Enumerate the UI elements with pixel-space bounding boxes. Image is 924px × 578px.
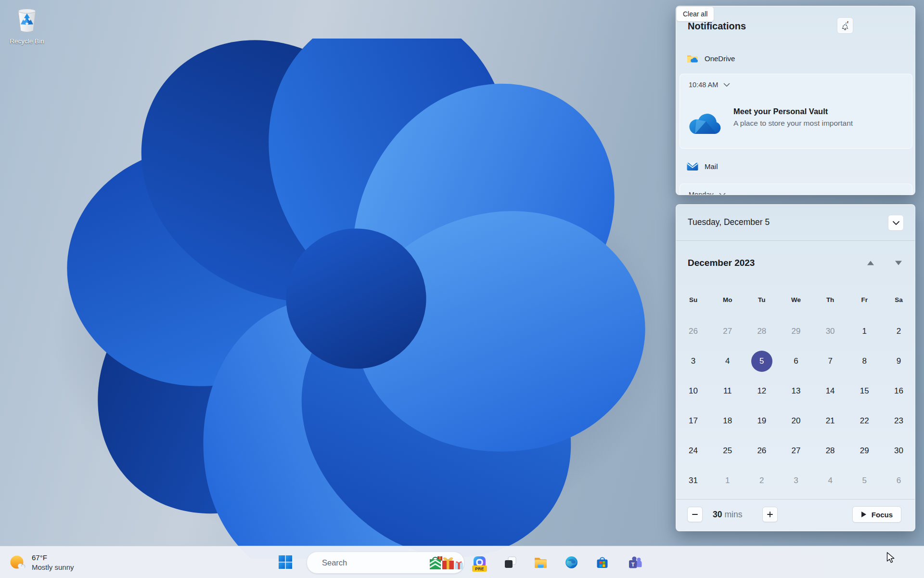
notification-group-label: Mail — [705, 162, 718, 171]
calendar-day[interactable]: 3 — [785, 470, 807, 491]
calendar-day[interactable]: 6 — [785, 351, 807, 372]
bell-snooze-icon: z z — [840, 20, 850, 31]
calendar-day[interactable]: 3 — [683, 351, 704, 372]
calendar-prev-month-button[interactable] — [867, 260, 874, 266]
calendar-day[interactable]: 26 — [683, 321, 704, 342]
search-input[interactable] — [321, 558, 429, 568]
calendar-day[interactable]: 27 — [717, 321, 738, 342]
weekday-label: Sa — [895, 296, 903, 303]
calendar-day[interactable]: 21 — [820, 410, 841, 432]
microsoft-store-button[interactable] — [590, 551, 614, 574]
calendar-day[interactable]: 12 — [751, 381, 772, 402]
calendar-day[interactable]: 4 — [717, 351, 738, 372]
calendar-day[interactable]: 8 — [854, 351, 875, 372]
holiday-gifts-icon — [429, 555, 464, 570]
calendar-day[interactable]: 20 — [785, 410, 807, 432]
calendar-day[interactable]: 10 — [683, 381, 704, 402]
calendar-day[interactable]: 5 — [751, 351, 772, 372]
calendar-collapse-button[interactable] — [888, 215, 904, 231]
calendar-day[interactable]: 26 — [751, 440, 772, 461]
plus-icon — [767, 512, 773, 517]
file-explorer-button[interactable] — [529, 551, 552, 574]
calendar-day[interactable]: 29 — [785, 321, 807, 342]
chevron-down-icon — [719, 193, 726, 196]
calendar-day[interactable]: 31 — [683, 470, 704, 491]
edge-button[interactable] — [560, 551, 583, 574]
clipped-card-label: Monday — [689, 191, 714, 195]
onedrive-cloud-logo — [687, 112, 723, 137]
notification-body: A place to store your most important — [733, 119, 907, 128]
calendar-day[interactable]: 2 — [751, 470, 772, 491]
calendar-day[interactable]: 4 — [820, 470, 841, 491]
weather-widget[interactable]: 67°F Mostly sunny — [5, 548, 78, 577]
calendar-day[interactable]: 5 — [854, 470, 875, 491]
search-box[interactable] — [307, 552, 464, 574]
recycle-bin-shortcut[interactable]: Recycle Bin — [6, 7, 48, 45]
calendar-day[interactable]: 1 — [717, 470, 738, 491]
calendar-day[interactable]: 1 — [854, 321, 875, 342]
notification-group-mail[interactable]: Mail — [687, 161, 718, 171]
play-icon — [861, 511, 867, 518]
calendar-day[interactable]: 18 — [717, 410, 738, 432]
notification-card-clipped[interactable]: Monday — [680, 184, 912, 195]
calendar-day[interactable]: 30 — [820, 321, 841, 342]
calendar-day[interactable]: 23 — [888, 410, 909, 432]
focus-minutes-label: 30mins — [713, 510, 761, 520]
notification-card[interactable]: 10:48 AM Meet your Personal Vault A plac… — [680, 74, 912, 149]
weekday-label: Fr — [861, 296, 868, 303]
task-view-button[interactable] — [499, 551, 522, 574]
start-button[interactable] — [274, 551, 297, 574]
calendar-day[interactable]: 24 — [683, 440, 704, 461]
calendar-day[interactable]: 27 — [785, 440, 807, 461]
notification-title: Meet your Personal Vault — [733, 107, 907, 116]
calendar-day[interactable]: 2 — [888, 321, 909, 342]
weekday-label: Mo — [723, 296, 732, 303]
minus-icon — [692, 512, 698, 517]
calendar-day[interactable]: 11 — [717, 381, 738, 402]
calendar-month-label: December 2023 — [688, 258, 755, 268]
calendar-day[interactable]: 7 — [820, 351, 841, 372]
calendar-day[interactable]: 17 — [683, 410, 704, 432]
calendar-day[interactable]: 19 — [751, 410, 772, 432]
file-explorer-icon — [534, 556, 548, 569]
calendar-day[interactable]: 29 — [854, 440, 875, 461]
calendar-day[interactable]: 28 — [820, 440, 841, 461]
calendar-day[interactable]: 28 — [751, 321, 772, 342]
notification-group-onedrive[interactable]: OneDrive — [687, 54, 735, 63]
increase-focus-button[interactable] — [762, 507, 778, 522]
calendar-day[interactable]: 9 — [888, 351, 909, 372]
decrease-focus-button[interactable] — [687, 507, 703, 522]
teams-icon: T — [629, 556, 642, 569]
notifications-title: Notifications — [688, 21, 746, 32]
chevron-down-icon[interactable] — [723, 83, 730, 87]
calendar-day[interactable]: 16 — [888, 381, 909, 402]
wallpaper-bloom — [14, 39, 727, 559]
calendar-day[interactable]: 14 — [820, 381, 841, 402]
calendar-day[interactable]: 22 — [854, 410, 875, 432]
task-view-icon — [504, 556, 517, 569]
focus-button[interactable]: Focus — [852, 506, 901, 523]
calendar-weekday-row: SuMoTuWeThFrSa — [676, 291, 915, 308]
calendar-day[interactable]: 13 — [785, 381, 807, 402]
chevron-down-icon — [892, 221, 900, 225]
weekday-label: We — [791, 296, 801, 303]
weekday-label: Tu — [758, 296, 766, 303]
svg-text:z: z — [847, 20, 849, 24]
notification-settings-button[interactable]: z z — [837, 17, 853, 34]
recycle-bin-icon — [15, 7, 39, 34]
calendar-day[interactable]: 15 — [854, 381, 875, 402]
calendar-day[interactable]: 6 — [888, 470, 909, 491]
clear-all-button[interactable]: Clear all — [676, 6, 714, 22]
calendar-date-header: Tuesday, December 5 — [688, 217, 770, 227]
weekday-label: Th — [826, 296, 834, 303]
onedrive-folder-icon — [687, 54, 698, 63]
notification-time: 10:48 AM — [689, 81, 718, 89]
calendar-day[interactable]: 25 — [717, 440, 738, 461]
desktop: Recycle Bin Notifications z z Clear all … — [0, 0, 924, 578]
calendar-day-grid: 2627282930123456789101112131415161718192… — [676, 316, 915, 496]
calendar-day[interactable]: 30 — [888, 440, 909, 461]
microsoft-store-icon — [596, 556, 609, 569]
teams-button[interactable]: T — [624, 551, 647, 574]
calendar-next-month-button[interactable] — [895, 260, 902, 266]
weather-temperature: 67°F — [32, 553, 74, 562]
